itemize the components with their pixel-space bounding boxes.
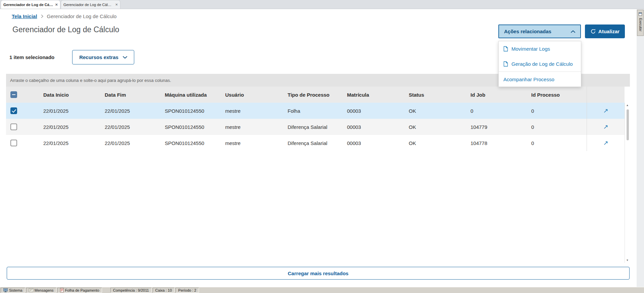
menu-item[interactable]: Geração de Log de Cálculo: [499, 56, 581, 71]
table-cell: SPON010124550: [156, 108, 217, 114]
breadcrumb-current: Gerenciador de Log de Cálculo: [47, 13, 117, 19]
window-tab[interactable]: Gerenciador de Log de Cálculo×: [1, 0, 60, 9]
status-item: Período : 2: [176, 288, 199, 293]
row-checkbox-cell: [6, 107, 35, 114]
window-tab[interactable]: Gerenciador de Log de Cálculo×: [61, 0, 120, 9]
table-row[interactable]: 22/01/202522/01/2025SPON010124550mestreF…: [6, 103, 625, 119]
header-action-cell: [587, 87, 625, 103]
data-grid: Data InicioData FimMáquina utilizadaUsuá…: [6, 87, 625, 151]
table-cell: OK: [400, 124, 462, 130]
column-header[interactable]: Data Inicio: [35, 92, 96, 98]
row-action-cell: ↗: [587, 119, 625, 135]
payroll-icon: [60, 288, 64, 292]
table-cell: 22/01/2025: [35, 140, 96, 146]
scroll-up-icon[interactable]: ▲: [626, 104, 629, 107]
scrollbar-thumb[interactable]: [627, 109, 629, 140]
menu-item[interactable]: Acompanhar Processo: [499, 71, 581, 87]
related-actions-button[interactable]: Ações relacionadas: [498, 25, 581, 38]
document-icon: [503, 61, 508, 67]
table-cell: OK: [400, 140, 462, 146]
column-header[interactable]: Matrícula: [339, 92, 400, 98]
tab-close-icon[interactable]: ×: [55, 2, 58, 7]
row-checkbox-cell: [6, 140, 35, 146]
group-by-hint: Arraste o cabeçalho de uma coluna e solt…: [10, 78, 171, 83]
select-all-checkbox[interactable]: [10, 91, 17, 98]
document-icon: [503, 46, 508, 52]
table-cell: 22/01/2025: [96, 108, 156, 114]
table-cell: 00003: [339, 124, 400, 130]
column-header[interactable]: Usuário: [217, 92, 279, 98]
status-item-label: Competência : 9/2011: [113, 288, 149, 292]
column-header[interactable]: Id Job: [462, 92, 523, 98]
status-item: Competência : 9/2011: [110, 288, 152, 293]
page-title: Gerenciador de Log de Cálculo: [12, 25, 119, 34]
table-cell: 22/01/2025: [35, 124, 96, 130]
table-cell: OK: [400, 108, 462, 114]
column-header[interactable]: Tipo de Processo: [279, 92, 339, 98]
tab-close-icon[interactable]: ×: [115, 2, 118, 7]
selection-count: 1 item selecionado: [9, 50, 54, 64]
table-cell: Diferença Salarial: [279, 124, 339, 130]
breadcrumb-home-link[interactable]: Tela Inicial: [12, 13, 37, 19]
table-cell: 104779: [462, 124, 523, 130]
column-header[interactable]: Máquina utilizada: [156, 92, 217, 98]
scroll-down-icon[interactable]: ▼: [626, 259, 629, 262]
status-item-label: Sistema: [9, 288, 22, 292]
status-item: Caixa : 10: [153, 288, 175, 293]
header-checkbox-cell: [6, 91, 35, 98]
refresh-button[interactable]: Atualizar: [585, 25, 625, 38]
row-action-cell: ↗: [587, 135, 625, 151]
chevron-right-icon: [41, 14, 43, 18]
table-cell: 104778: [462, 140, 523, 146]
menu-item[interactable]: Movimentar Logs: [499, 41, 581, 56]
open-row-icon[interactable]: ↗: [603, 139, 608, 147]
breadcrumb: Tela Inicial Gerenciador de Log de Cálcu…: [12, 13, 116, 19]
table-cell: SPON010124550: [156, 124, 217, 130]
column-header[interactable]: Status: [400, 92, 462, 98]
related-actions-label: Ações relacionadas: [504, 29, 551, 34]
table-cell: 22/01/2025: [96, 124, 156, 130]
extra-resources-label: Recursos extras: [79, 54, 118, 60]
row-checkbox[interactable]: [10, 124, 17, 130]
load-more-button[interactable]: Carregar mais resultados: [7, 267, 630, 280]
load-more-label: Carregar mais resultados: [288, 271, 349, 276]
table-cell: 22/01/2025: [96, 140, 156, 146]
table-cell: 0: [462, 108, 523, 114]
column-header[interactable]: Id Processo: [523, 92, 587, 98]
status-item[interactable]: Sistema: [1, 288, 25, 293]
messages-icon: [29, 288, 33, 292]
table-cell: mestre: [217, 124, 279, 130]
related-actions-menu: Movimentar LogsGeração de Log de Cálculo…: [498, 41, 581, 87]
row-checkbox[interactable]: [10, 107, 17, 114]
table-cell: 22/01/2025: [35, 108, 96, 114]
status-item-label: Folha de Pagamento: [65, 288, 99, 292]
table-cell: 0: [523, 140, 587, 146]
status-bar: SistemaMensagensFolha de PagamentoCompet…: [0, 287, 644, 293]
table-cell: 0: [523, 108, 587, 114]
window-tab-label: Gerenciador de Log de Cálculo: [3, 3, 53, 7]
main-content: Tela Inicial Gerenciador de Log de Cálcu…: [0, 9, 637, 287]
status-item[interactable]: Mensagens: [26, 288, 56, 293]
row-checkbox-cell: [6, 124, 35, 130]
open-row-icon[interactable]: ↗: [603, 107, 608, 114]
extra-resources-button[interactable]: Recursos extras: [72, 50, 134, 64]
row-checkbox[interactable]: [10, 140, 17, 146]
table-row[interactable]: 22/01/202522/01/2025SPON010124550mestreD…: [6, 119, 625, 135]
chevron-up-icon: [571, 30, 575, 33]
table-cell: 0: [523, 124, 587, 130]
refresh-label: Atualizar: [598, 29, 620, 34]
column-header[interactable]: Data Fim: [96, 92, 156, 98]
status-item[interactable]: Folha de Pagamento: [57, 288, 102, 293]
executar-side-tab[interactable]: Executar: [637, 10, 644, 36]
open-row-icon[interactable]: ↗: [603, 123, 608, 131]
table-scrollbar[interactable]: ▲ ▼: [625, 103, 630, 263]
chevron-down-icon: [123, 56, 127, 59]
menu-item-label: Movimentar Logs: [511, 46, 550, 52]
menu-item-label: Geração de Log de Cálculo: [511, 61, 573, 67]
table-cell: Folha: [279, 108, 339, 114]
table-body: 22/01/202522/01/2025SPON010124550mestreF…: [6, 103, 625, 151]
table-header-row: Data InicioData FimMáquina utilizadaUsuá…: [6, 87, 625, 103]
table-row[interactable]: 22/01/202522/01/2025SPON010124550mestreD…: [6, 135, 625, 151]
system-icon: [3, 288, 8, 292]
menu-item-label: Acompanhar Processo: [503, 77, 554, 82]
